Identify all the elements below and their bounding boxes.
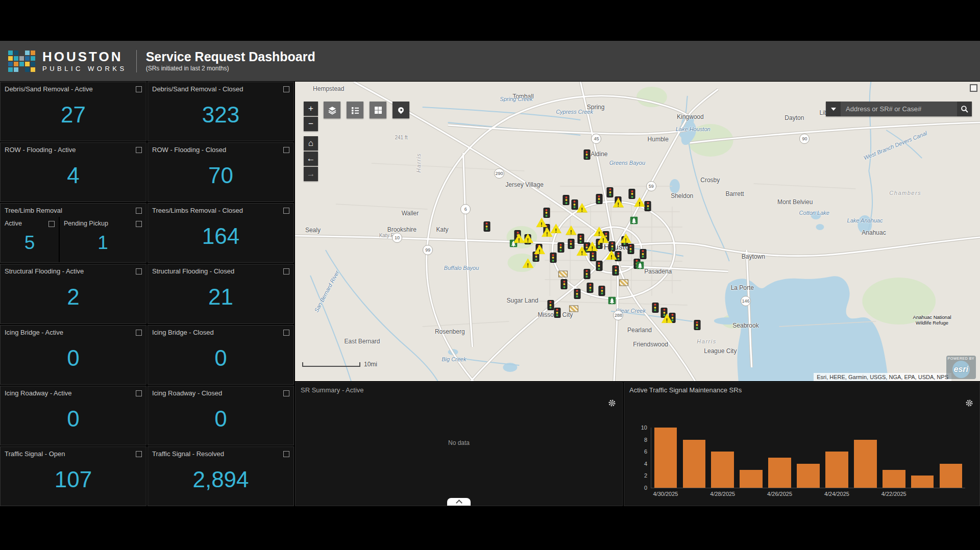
traffic-signal-marker[interactable] [557,242,564,253]
tree-marker[interactable] [630,216,638,224]
traffic-signal-marker[interactable] [596,261,602,271]
layers-button[interactable] [324,102,340,118]
chart-bar[interactable] [711,452,734,488]
construction-marker[interactable] [619,279,628,286]
expand-icon[interactable] [136,86,142,92]
traffic-signal-marker[interactable] [590,251,596,261]
forward-extent-button[interactable]: → [304,167,318,181]
traffic-signal-marker[interactable] [550,253,556,263]
stat-value: 0 [148,336,293,384]
map-expand-icon[interactable] [970,84,977,92]
traffic-signal-marker[interactable] [587,283,594,293]
traffic-signal-marker[interactable] [554,308,560,318]
traffic-signal-marker[interactable] [571,199,578,210]
traffic-signal-marker[interactable] [596,194,602,204]
stats-grid: Debris/Sand Removal - Active27Debris/San… [0,82,294,506]
back-extent-button[interactable]: ← [304,152,318,166]
expand-icon[interactable] [136,147,142,153]
stat-card-title: Icing Bridge - Closed [152,329,214,336]
expand-icon[interactable] [283,86,289,92]
expand-icon[interactable] [283,208,289,214]
y-axis-tick-label: 10 [641,424,647,431]
chart-bar[interactable] [740,470,763,488]
expand-icon[interactable] [136,451,142,457]
traffic-signal-marker[interactable] [543,208,550,218]
home-button[interactable]: ⌂ [304,136,318,151]
chart-bar[interactable] [854,440,877,488]
chart-bar[interactable] [768,458,791,488]
chart-bar[interactable] [911,476,934,488]
traffic-signal-marker[interactable] [640,249,646,259]
search-source-dropdown[interactable] [826,102,841,116]
traffic-signal-marker[interactable] [694,320,700,330]
legend-button[interactable] [347,102,363,118]
traffic-signal-marker[interactable] [612,265,619,276]
expand-icon[interactable] [283,330,289,336]
expand-icon[interactable] [283,268,289,274]
expand-icon[interactable] [283,147,289,153]
search-button[interactable] [957,102,972,116]
header-bar: HOUSTON PUBLIC WORKS Service Request Das… [0,41,980,81]
traffic-signal-marker[interactable] [583,269,590,279]
map-panel[interactable]: HoustonTomballSpringKingwoodHumbleAldine… [295,82,980,381]
chart-bar[interactable] [683,440,706,488]
chart-bar[interactable] [797,464,820,488]
stat-card-title: Icing Bridge - Active [5,329,63,336]
traffic-signal-marker[interactable] [568,239,574,249]
warning-marker[interactable]: ! [634,197,645,207]
expand-icon[interactable] [136,268,142,274]
traffic-signal-marker[interactable] [574,289,580,299]
warning-marker[interactable]: ! [566,226,577,235]
stat-card: Structural Flooding - Closed21 [148,264,294,323]
warning-marker[interactable]: ! [576,203,587,213]
expand-icon[interactable] [283,390,289,396]
tree-marker[interactable] [636,261,644,269]
y-axis-tick-label: 6 [644,448,647,455]
traffic-signal-marker[interactable] [607,187,614,197]
traffic-signal-marker[interactable] [599,286,605,296]
zoom-in-button[interactable]: + [304,102,318,116]
traffic-signal-marker[interactable] [563,195,570,205]
stat-card-title: Icing Roadway - Closed [152,389,222,397]
expand-icon[interactable] [136,221,142,227]
expand-icon[interactable] [136,208,142,214]
pin-tool-button[interactable] [393,102,409,118]
warning-marker[interactable]: ! [522,258,533,268]
traffic-signal-marker[interactable] [577,234,584,244]
warning-marker[interactable]: ! [612,198,624,208]
search-input[interactable] [841,102,957,116]
traffic-signal-marker[interactable] [627,244,634,254]
chart-bar[interactable] [825,452,848,488]
expand-icon[interactable] [283,451,289,457]
signal-chart-settings-button[interactable] [965,399,973,409]
expand-icon[interactable] [136,390,142,396]
chart-bar[interactable] [654,428,677,488]
expand-icon[interactable] [136,330,142,336]
signal-chart-title: Active Traffic Signal Maintenance SRs [624,383,979,397]
traffic-signal-marker[interactable] [629,189,635,199]
traffic-signal-marker[interactable] [583,149,590,160]
construction-marker[interactable] [569,305,578,312]
construction-marker[interactable] [558,270,568,277]
warning-marker[interactable]: ! [550,223,561,233]
tree-marker[interactable] [608,297,616,305]
traffic-signal-marker[interactable] [652,303,658,313]
panel-collapse-handle[interactable] [447,498,471,506]
chart-bar[interactable] [883,470,905,488]
basemap-button[interactable] [370,102,386,118]
traffic-signal-marker[interactable] [547,300,554,310]
warning-marker[interactable]: ! [536,217,547,227]
chart-bar[interactable] [940,464,963,488]
page-title: Service Request Dashboard [146,50,315,64]
sr-summary-settings-button[interactable] [608,399,616,409]
traffic-signal-marker[interactable] [645,201,651,211]
stat-card-title: Tree/Limb Removal [5,207,62,214]
warning-marker[interactable]: ! [522,234,533,243]
zoom-out-button[interactable]: − [304,117,318,131]
stat-value: 1 [60,227,146,262]
traffic-signal-marker[interactable] [609,241,616,252]
expand-icon[interactable] [48,221,55,227]
traffic-signal-marker[interactable] [561,279,568,289]
sr-summary-title: SR Summary - Active [296,383,622,397]
traffic-signal-marker[interactable] [483,221,490,232]
